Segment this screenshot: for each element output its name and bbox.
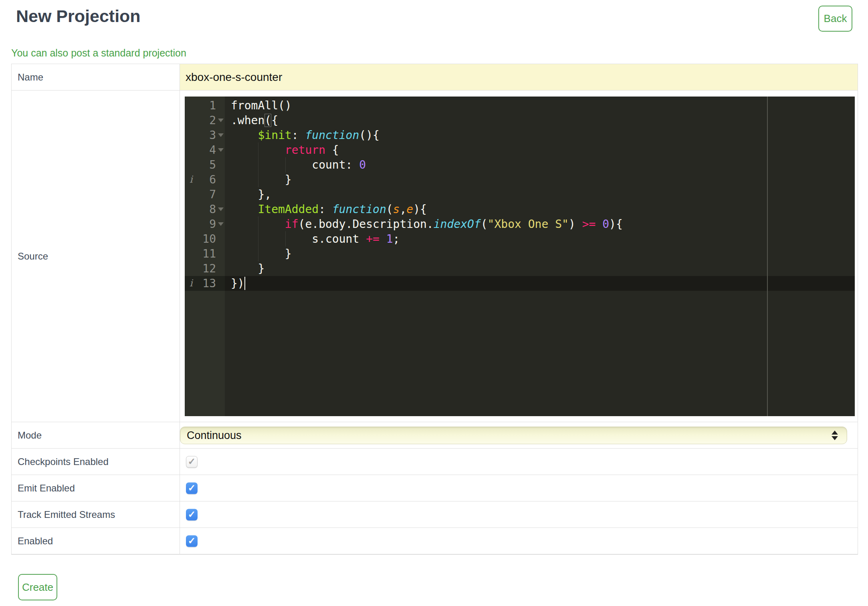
name-input[interactable]: xbox-one-s-counter xyxy=(180,64,858,90)
fold-arrow-icon[interactable] xyxy=(218,207,224,211)
fold-arrow-icon[interactable] xyxy=(218,148,224,152)
fold-arrow-icon[interactable] xyxy=(218,133,224,137)
code-token: += xyxy=(366,232,379,246)
code-token xyxy=(379,232,386,246)
line-number: 13i xyxy=(185,276,225,291)
code-token: }, xyxy=(231,188,271,201)
code-token: "Xbox One S" xyxy=(488,217,569,231)
info-annotation-icon: i xyxy=(190,172,193,187)
fold-arrow-icon[interactable] xyxy=(218,222,224,226)
code-token xyxy=(595,217,602,231)
code-line: .when({ xyxy=(231,113,855,128)
info-annotation-icon: i xyxy=(190,276,193,291)
fold-arrow-icon[interactable] xyxy=(218,119,224,122)
code-line: } xyxy=(231,246,855,261)
code-token: s.count xyxy=(231,232,366,246)
standard-projection-link[interactable]: You can also post a standard projection xyxy=(11,47,186,59)
code-token: function xyxy=(332,203,386,216)
line-number: 8 xyxy=(185,202,225,217)
row-control-emit-enabled: ✓ xyxy=(180,475,858,501)
code-token: return xyxy=(285,143,325,157)
code-token: ){ xyxy=(413,203,427,216)
code-token: } xyxy=(231,262,264,275)
row-control-mode: Continuous xyxy=(180,422,858,448)
form-row-name: Namexbox-one-s-counter xyxy=(12,64,858,91)
line-number: 7 xyxy=(185,187,225,202)
code-token: 0 xyxy=(359,158,366,171)
check-icon: ✓ xyxy=(188,457,196,466)
code-line: }) xyxy=(231,276,855,291)
row-control-checkpoints-enabled: ✓ xyxy=(180,449,858,475)
checkbox-enabled[interactable]: ✓ xyxy=(186,535,198,547)
column-divider xyxy=(180,64,180,554)
code-line: }, xyxy=(231,187,855,202)
code-token: 1 xyxy=(386,232,393,246)
form-row-track-emitted-streams: Track Emitted Streams✓ xyxy=(12,501,858,528)
new-projection-page: New Projection Back You can also post a … xyxy=(0,0,868,606)
code-token: } xyxy=(231,173,292,186)
code-token xyxy=(231,129,258,142)
code-token: s xyxy=(393,203,400,216)
check-icon: ✓ xyxy=(188,483,196,492)
check-icon: ✓ xyxy=(188,509,196,519)
gutter-line-numbers: 123456i78910111213i xyxy=(185,98,225,291)
create-button[interactable]: Create xyxy=(18,574,57,600)
code-line: } xyxy=(231,172,855,187)
row-control-track-emitted-streams: ✓ xyxy=(180,501,858,527)
code-token: fromAll() xyxy=(231,99,292,112)
row-label-enabled: Enabled xyxy=(18,528,53,554)
code-line: s.count += 1; xyxy=(231,232,855,246)
code-token: ItemAdded xyxy=(258,203,319,216)
mode-select[interactable]: Continuous xyxy=(180,427,847,444)
row-control-enabled: ✓ xyxy=(180,528,858,554)
code-token xyxy=(231,143,285,157)
code-line: ItemAdded: function(s,e){ xyxy=(231,202,855,217)
code-token: ; xyxy=(393,232,400,246)
form-row-mode: ModeContinuous xyxy=(12,422,858,449)
source-code-editor[interactable]: 123456i78910111213ifromAll().when({ $ini… xyxy=(185,97,855,416)
row-label-mode: Mode xyxy=(18,422,42,448)
code-token: indexOf xyxy=(434,217,481,231)
code-line: $init: function(){ xyxy=(231,128,855,143)
row-label-source: Source xyxy=(18,91,48,422)
code-token: >= xyxy=(582,217,596,231)
form-row-emit-enabled: Emit Enabled✓ xyxy=(12,475,858,501)
row-control-source: 123456i78910111213ifromAll().when({ $ini… xyxy=(180,91,858,422)
checkbox-emit-enabled[interactable]: ✓ xyxy=(186,482,198,494)
row-label-checkpoints-enabled: Checkpoints Enabled xyxy=(18,449,109,475)
code-token: : xyxy=(292,129,305,142)
code-token: (){ xyxy=(359,129,379,142)
code-token: { xyxy=(271,114,278,127)
code-line: fromAll() xyxy=(231,98,855,113)
checkbox-checkpoints-enabled: ✓ xyxy=(186,456,198,467)
code-token: e xyxy=(406,203,413,216)
code-line: count: 0 xyxy=(231,157,855,172)
form-row-checkpoints-enabled: Checkpoints Enabled✓ xyxy=(12,449,858,475)
line-number: 12 xyxy=(185,261,225,276)
row-label-name: Name xyxy=(18,64,43,90)
code-token: ( xyxy=(386,203,393,216)
code-token: , xyxy=(400,203,406,216)
code-token: ) xyxy=(569,217,582,231)
code-token xyxy=(231,203,258,216)
code-token: .when xyxy=(231,114,264,127)
line-number: 9 xyxy=(185,217,225,232)
line-number: 10 xyxy=(185,232,225,246)
line-number: 1 xyxy=(185,98,225,113)
form-row-enabled: Enabled✓ xyxy=(12,528,858,554)
line-number: 5 xyxy=(185,157,225,172)
back-button[interactable]: Back xyxy=(818,6,852,32)
code-line: } xyxy=(231,261,855,276)
row-label-track-emitted-streams: Track Emitted Streams xyxy=(18,501,115,527)
code-token: (e.body.Description. xyxy=(299,217,434,231)
select-arrows-icon xyxy=(832,431,838,440)
code-line: return { xyxy=(231,143,855,157)
line-number: 4 xyxy=(185,143,225,157)
code-token: ( xyxy=(481,217,488,231)
code-token: if xyxy=(285,217,299,231)
code-token: } xyxy=(231,247,292,260)
code-token: count: xyxy=(231,158,359,171)
checkbox-track-emitted-streams[interactable]: ✓ xyxy=(186,509,198,520)
line-number: 11 xyxy=(185,246,225,261)
check-icon: ✓ xyxy=(188,536,196,545)
